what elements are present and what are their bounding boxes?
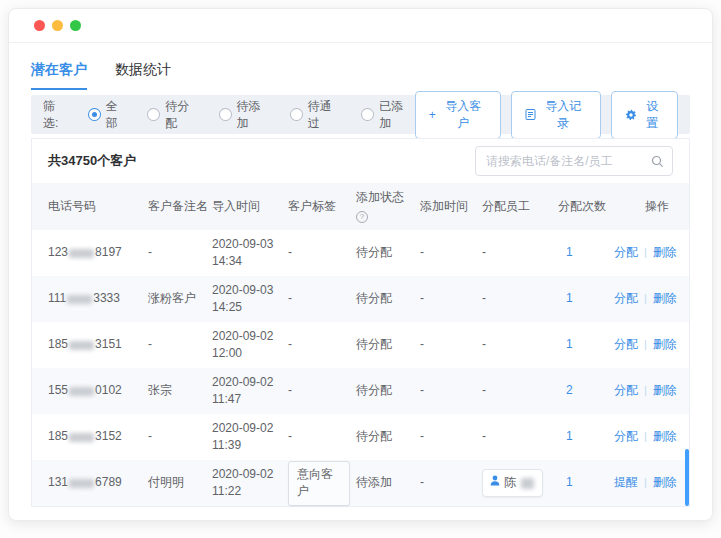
divider: | (644, 245, 647, 261)
phone-cell: 1550102 (48, 382, 148, 399)
employee-cell: - (482, 290, 558, 307)
divider: | (644, 383, 647, 399)
customer-count: 共34750个客户 (48, 152, 136, 170)
assign-count-link[interactable]: 2 (558, 382, 614, 399)
col-header-employee: 分配员工 (482, 192, 558, 222)
settings-button[interactable]: 设置 (611, 91, 678, 139)
note-cell: - (148, 244, 212, 261)
masked-digits (69, 341, 94, 350)
assign-count-link[interactable]: 1 (558, 244, 614, 261)
search-input[interactable] (475, 146, 673, 176)
assign-link[interactable]: 分配 (614, 428, 638, 445)
table-header: 电话号码 客户备注名 导入时间 客户标签 添加状态 ? 添加时间 分配员工 分配… (32, 183, 689, 230)
import-time-cell: 2020-09-0314:34 (212, 236, 288, 271)
assign-link[interactable]: 分配 (614, 244, 638, 261)
person-icon (490, 474, 500, 491)
add-time-cell: - (420, 244, 482, 261)
col-header-import-time: 导入时间 (212, 192, 288, 222)
assign-count-link[interactable]: 1 (558, 290, 614, 307)
import-time-cell: 2020-09-0211:39 (212, 420, 288, 455)
masked-digits (69, 249, 94, 258)
tag-cell: - (288, 382, 356, 399)
masked-digits (69, 387, 94, 396)
tag-cell: - (288, 290, 356, 307)
divider: | (644, 429, 647, 445)
actions-cell: 分配|删除 (614, 244, 683, 261)
col-header-note: 客户备注名 (148, 192, 212, 222)
document-icon (525, 109, 536, 120)
col-header-add-status: 添加状态 ? (356, 183, 420, 230)
assign-link[interactable]: 分配 (614, 290, 638, 307)
window-titlebar (9, 9, 712, 43)
radio-icon (219, 108, 232, 121)
add-time-cell: - (420, 382, 482, 399)
table-row: 1853151 - 2020-09-0212:00 - 待分配 - - 1 分配… (32, 322, 689, 368)
actions-cell: 提醒|删除 (614, 474, 683, 491)
remind-link[interactable]: 提醒 (614, 474, 638, 491)
info-icon[interactable]: ? (356, 211, 368, 223)
masked-name (521, 478, 534, 489)
note-cell: - (148, 428, 212, 445)
tab-potential-customers[interactable]: 潜在客户 (31, 61, 87, 90)
delete-link[interactable]: 删除 (653, 382, 677, 399)
note-cell: 张宗 (148, 382, 212, 399)
vertical-scrollbar[interactable] (685, 449, 689, 506)
import-records-button[interactable]: 导入记录 (511, 91, 601, 139)
app-window: 潜在客户 数据统计 筛选: 全部 待分配 待添加 (8, 8, 713, 521)
phone-cell: 1853151 (48, 336, 148, 353)
status-cell: 待添加 (356, 474, 420, 491)
assign-count-link[interactable]: 1 (558, 474, 614, 491)
phone-cell: 1853152 (48, 428, 148, 445)
phone-cell: 1113333 (48, 290, 148, 307)
delete-link[interactable]: 删除 (653, 428, 677, 445)
gear-icon (625, 109, 637, 121)
add-time-cell: - (420, 428, 482, 445)
table-row: 1853152 - 2020-09-0211:39 - 待分配 - - 1 分配… (32, 414, 689, 460)
note-cell: - (148, 336, 212, 353)
search-box (475, 146, 673, 176)
actions-cell: 分配|删除 (614, 428, 683, 445)
minimize-window-icon[interactable] (52, 20, 63, 31)
assign-link[interactable]: 分配 (614, 382, 638, 399)
radio-icon (290, 108, 303, 121)
import-time-cell: 2020-09-0211:47 (212, 374, 288, 409)
tag-cell: 意向客户 (288, 461, 356, 506)
radio-icon (147, 108, 160, 121)
customer-table: 共34750个客户 电话号码 客户备注名 导入时间 客户标签 添加状态 ? 添加… (31, 138, 690, 507)
col-header-add-time: 添加时间 (420, 192, 482, 222)
assign-count-link[interactable]: 1 (558, 428, 614, 445)
employee-cell: - (482, 244, 558, 261)
col-header-assign-count: 分配次数 (558, 192, 614, 222)
phone-cell: 1238197 (48, 244, 148, 261)
col-header-phone: 电话号码 (48, 192, 148, 222)
filter-option-pending-add[interactable]: 待添加 (219, 98, 272, 132)
delete-link[interactable]: 删除 (653, 244, 677, 261)
search-icon[interactable] (651, 154, 664, 172)
tab-data-statistics[interactable]: 数据统计 (115, 61, 171, 90)
employee-badge[interactable]: 陈 (482, 469, 543, 496)
assign-link[interactable]: 分配 (614, 336, 638, 353)
filter-option-pending-pass[interactable]: 待通过 (290, 98, 343, 132)
note-cell: 涨粉客户 (148, 290, 212, 307)
delete-link[interactable]: 删除 (653, 336, 677, 353)
filter-option-pending-assign[interactable]: 待分配 (147, 98, 200, 132)
assign-count-link[interactable]: 1 (558, 336, 614, 353)
filter-option-added[interactable]: 已添加 (361, 98, 414, 132)
delete-link[interactable]: 删除 (653, 290, 677, 307)
tag-cell: - (288, 244, 356, 261)
radio-icon (361, 108, 374, 121)
employee-cell: - (482, 428, 558, 445)
delete-link[interactable]: 删除 (653, 474, 677, 491)
tab-bar: 潜在客户 数据统计 (31, 61, 690, 90)
actions-cell: 分配|删除 (614, 290, 683, 307)
maximize-window-icon[interactable] (70, 20, 81, 31)
table-row: 1316789 付明明 2020-09-0211:22 意向客户 待添加 - 陈… (32, 460, 689, 506)
divider: | (644, 475, 647, 491)
filter-option-all[interactable]: 全部 (88, 98, 129, 132)
add-time-cell: - (420, 474, 482, 491)
close-window-icon[interactable] (34, 20, 45, 31)
import-time-cell: 2020-09-0211:22 (212, 466, 288, 501)
import-customer-button[interactable]: + 导入客户 (415, 91, 501, 139)
status-cell: 待分配 (356, 336, 420, 353)
employee-cell: - (482, 336, 558, 353)
